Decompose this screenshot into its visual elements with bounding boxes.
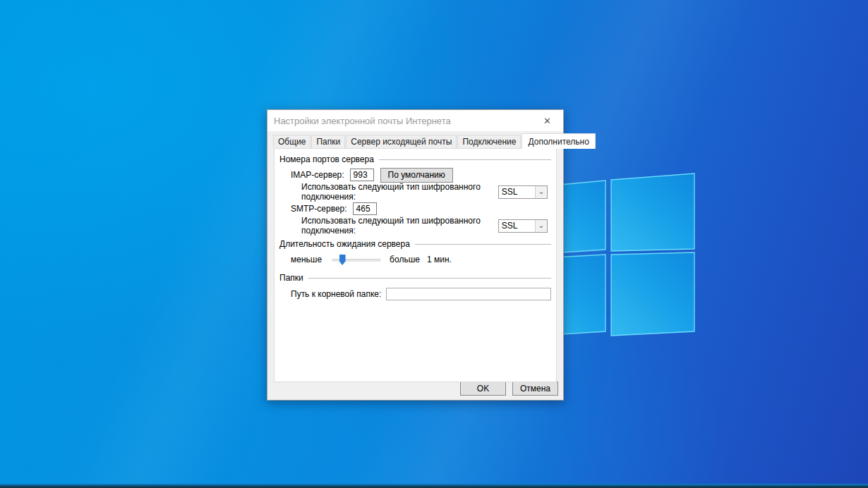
imap-encryption-select[interactable]: SSL ⌄ [498, 185, 548, 199]
root-folder-input[interactable] [386, 288, 551, 300]
chevron-down-icon[interactable]: ⌄ [535, 186, 547, 198]
group-divider [379, 159, 551, 160]
wallpaper-horizon-strip [0, 484, 868, 488]
logo-pane-bottom-right [611, 252, 694, 336]
folders-group-header: Папки [279, 272, 551, 284]
imap-encryption-row: Использовать следующий тип шифрованного … [301, 184, 548, 200]
group-divider [415, 244, 551, 245]
imap-port-input[interactable] [350, 169, 374, 181]
dialog-buttons: OK Отмена [460, 382, 558, 396]
tab-advanced[interactable]: Дополнительно [522, 133, 595, 149]
tab-connection[interactable]: Подключение [457, 135, 521, 148]
tab-folders[interactable]: Папки [311, 135, 345, 148]
server-ports-group-header: Номера портов сервера [279, 153, 551, 166]
dialog-titlebar[interactable]: Настройки электронной почты Интернета ✕ [267, 110, 563, 131]
imap-encryption-value: SSL [499, 186, 535, 198]
logo-pane-top-right [611, 173, 694, 251]
tab-general[interactable]: Общие [273, 135, 311, 148]
chevron-down-icon[interactable]: ⌄ [535, 220, 547, 232]
timeout-group-label: Длительность ожидания сервера [279, 239, 410, 249]
group-divider [308, 278, 551, 279]
server-ports-group-label: Номера портов сервера [279, 154, 374, 164]
imap-encryption-label: Использовать следующий тип шифрованного … [301, 182, 498, 202]
close-icon[interactable]: ✕ [531, 110, 563, 131]
advanced-tab-page: Номера портов сервера IMAP-сервер: По ум… [274, 148, 557, 382]
timeout-slider-row: меньше больше 1 мин. [291, 252, 551, 267]
root-folder-row: Путь к корневой папке: [291, 288, 551, 300]
timeout-slider[interactable] [332, 254, 381, 265]
root-folder-label: Путь к корневой папке: [291, 289, 381, 299]
desktop-wallpaper: Настройки электронной почты Интернета ✕ … [0, 0, 868, 488]
tabstrip: Общие Папки Сервер исходящей почты Подкл… [267, 133, 563, 148]
imap-server-label: IMAP-сервер: [291, 170, 344, 180]
timeout-group-header: Длительность ожидания сервера [279, 238, 551, 250]
timeout-less-label: меньше [291, 255, 322, 264]
smtp-port-row: SMTP-сервер: [291, 201, 551, 216]
smtp-server-label: SMTP-сервер: [291, 204, 347, 214]
smtp-encryption-row: Использовать следующий тип шифрованного … [301, 218, 548, 233]
folders-group-label: Папки [279, 273, 303, 283]
internet-email-settings-dialog: Настройки электронной почты Интернета ✕ … [267, 109, 564, 401]
slider-thumb[interactable] [339, 255, 346, 265]
timeout-value: 1 мин. [427, 255, 452, 264]
smtp-port-input[interactable] [353, 202, 377, 215]
imap-port-row: IMAP-сервер: По умолчанию [291, 167, 551, 183]
cancel-button[interactable]: Отмена [512, 382, 558, 396]
use-defaults-button[interactable]: По умолчанию [380, 168, 453, 183]
ok-button[interactable]: OK [460, 382, 506, 396]
tab-outgoing-server[interactable]: Сервер исходящей почты [346, 135, 457, 148]
smtp-encryption-select[interactable]: SSL ⌄ [498, 219, 548, 233]
smtp-encryption-label: Использовать следующий тип шифрованного … [301, 216, 498, 236]
smtp-encryption-value: SSL [499, 220, 535, 232]
dialog-title: Настройки электронной почты Интернета [267, 116, 451, 126]
timeout-more-label: больше [390, 255, 420, 264]
